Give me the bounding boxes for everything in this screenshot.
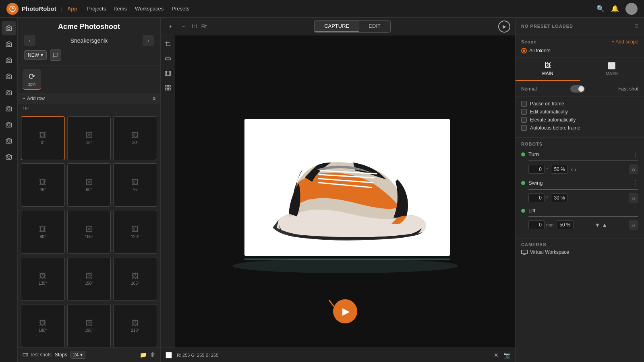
tab-mask[interactable]: ⬜ MASK <box>580 58 644 81</box>
icon-bar-camera4[interactable] <box>2 69 16 84</box>
svg-point-4 <box>8 76 10 78</box>
pause-on-frame-row: Pause on frame <box>521 101 638 107</box>
thumb-45deg[interactable]: 🖼 45° <box>21 163 65 207</box>
thumb-60-label: 60° <box>86 187 92 192</box>
tab-edit[interactable]: EDIT <box>359 21 390 32</box>
swing-degree-value[interactable]: 0 <box>528 193 545 202</box>
robot-turn: Turn ⋮ 0 ° 50 % ‹ › <box>521 150 638 174</box>
icon-bar-camera8[interactable] <box>2 134 16 148</box>
main-layout: Acme Photoshoot ‹ Sneakersgenix › NEW ▾ … <box>0 18 644 362</box>
color-swatch <box>166 352 172 358</box>
comment-button[interactable] <box>50 49 61 61</box>
lift-up-button[interactable]: ▲ <box>602 222 607 228</box>
search-icon[interactable]: 🔍 <box>596 5 605 12</box>
thumb-row-1: 🖼 0° 🖼 15° 🖼 30° <box>21 116 157 160</box>
swing-pct-value[interactable]: 30 % <box>551 193 567 202</box>
add-scope-button[interactable]: + Add scope <box>612 39 638 45</box>
close-overlay-button[interactable]: ✕ <box>494 352 499 358</box>
turn-pct-value[interactable]: 50 % <box>551 165 567 174</box>
preview-play-button[interactable]: ▶ <box>498 21 510 33</box>
thumb-15deg[interactable]: 🖼 15° <box>67 116 111 160</box>
capture-mode-toggle[interactable] <box>570 85 585 93</box>
thumb-30deg[interactable]: 🖼 30° <box>113 116 157 160</box>
fastshot-mode-label: Fast-shot <box>618 86 638 92</box>
thumb-195deg[interactable]: 🖼 195° <box>67 304 111 347</box>
filmstrip-tool[interactable] <box>162 68 174 79</box>
tab-main[interactable]: 🖼 MAIN <box>516 58 580 81</box>
selection-tool[interactable] <box>162 53 174 64</box>
thumb-120deg[interactable]: 🖼 120° <box>113 210 157 254</box>
thumb-placeholder-icon: 🖼 <box>39 178 46 187</box>
virtual-workspace-button[interactable]: Virtual Workspace <box>521 249 638 255</box>
spin-tab[interactable]: ⟳ spin <box>23 69 41 90</box>
zoom-ratio-label: 1:1 <box>191 24 198 29</box>
zoom-in-button[interactable]: + <box>166 22 175 31</box>
turn-prev-button[interactable]: ‹ <box>571 166 573 173</box>
prev-item-button[interactable]: ‹ <box>24 35 35 46</box>
icon-bar-camera1[interactable] <box>2 21 16 35</box>
sidebar-bottom-bar: Test shots Stops 24 ▾ 📁 🗑 <box>18 347 160 362</box>
stops-number: 24 <box>73 352 79 358</box>
robot-swing-menu-button[interactable]: ⋮ <box>632 179 638 187</box>
thumb-135deg[interactable]: 🖼 135° <box>21 257 65 301</box>
turn-degree-value[interactable]: 0 <box>528 165 545 174</box>
robot-turn-name: Turn <box>528 151 629 157</box>
new-button[interactable]: NEW ▾ <box>24 50 47 60</box>
stops-value-selector[interactable]: 24 ▾ <box>70 351 85 359</box>
thumb-placeholder-icon: 🖼 <box>132 319 139 327</box>
crop-tool[interactable] <box>162 39 174 50</box>
lift-down-button[interactable]: ▼ <box>594 222 600 228</box>
nav-projects[interactable]: Projects <box>87 6 106 12</box>
zoom-fit-button[interactable]: Fit <box>201 24 207 29</box>
next-item-button[interactable]: › <box>143 35 154 46</box>
icon-bar-camera9[interactable] <box>2 150 16 164</box>
turn-next-button[interactable]: › <box>574 166 576 173</box>
nav-items[interactable]: Items <box>114 6 127 12</box>
lift-slider-track[interactable] <box>528 216 638 217</box>
lift-home-button[interactable]: ⌂ <box>629 220 638 230</box>
icon-bar-camera7[interactable] <box>2 117 16 132</box>
thumb-150deg[interactable]: 🖼 150° <box>67 257 111 301</box>
elevate-automatically-checkbox[interactable] <box>521 117 527 123</box>
swing-home-button[interactable]: ⌂ <box>629 193 638 203</box>
pause-on-frame-checkbox[interactable] <box>521 101 527 107</box>
lift-pct-value[interactable]: 50 % <box>557 220 573 229</box>
icon-bar-camera3[interactable] <box>2 53 16 68</box>
right-panel-menu-button[interactable]: ≡ <box>635 23 638 30</box>
icon-bar-camera6[interactable] <box>2 101 16 116</box>
scope-all-folders[interactable]: All folders <box>521 48 638 53</box>
camera-trigger-button[interactable]: 📷 <box>503 352 510 358</box>
thumb-180deg[interactable]: 🖼 180° <box>21 304 65 347</box>
zoom-out-button[interactable]: − <box>178 22 188 31</box>
thumb-0deg[interactable]: 🖼 0° <box>21 116 65 160</box>
tab-capture[interactable]: CAPTURE <box>315 21 359 32</box>
folder-icon[interactable]: 📁 <box>140 352 147 358</box>
logo-area[interactable]: PhotoRobot | App <box>6 3 77 15</box>
view-mode-tabs: 🖼 MAIN ⬜ MASK <box>516 58 644 81</box>
turn-home-button[interactable]: ⌂ <box>629 165 638 174</box>
lift-mm-value[interactable]: 0 <box>528 220 545 229</box>
nav-workspaces[interactable]: Workspaces <box>135 6 164 12</box>
turn-slider-track[interactable] <box>528 160 638 161</box>
delete-icon[interactable]: 🗑 <box>150 352 155 358</box>
autofocus-before-frame-checkbox[interactable] <box>521 125 527 131</box>
thumb-90deg[interactable]: 🖼 90° <box>21 210 65 254</box>
row-options-button[interactable]: ≡ <box>153 96 155 101</box>
user-avatar[interactable] <box>625 3 638 15</box>
add-row-button[interactable]: + Add row <box>23 96 45 101</box>
thumb-105deg[interactable]: 🖼 105° <box>67 210 111 254</box>
thumb-60deg[interactable]: 🖼 60° <box>67 163 111 207</box>
capture-play-button[interactable]: ▶ <box>333 299 357 323</box>
nav-presets[interactable]: Presets <box>172 6 189 12</box>
thumb-75deg[interactable]: 🖼 75° <box>113 163 157 207</box>
mask-tab-icon: ⬜ <box>608 62 616 70</box>
thumb-210deg[interactable]: 🖼 210° <box>113 304 157 347</box>
swing-slider-track[interactable] <box>528 189 638 190</box>
robot-turn-menu-button[interactable]: ⋮ <box>632 150 638 158</box>
thumb-165deg[interactable]: 🖼 165° <box>113 257 157 301</box>
icon-bar-camera2[interactable] <box>2 37 16 51</box>
notifications-icon[interactable]: 🔔 <box>611 5 619 12</box>
icon-bar-camera5[interactable] <box>2 85 16 100</box>
grid-tool[interactable] <box>162 82 174 93</box>
edit-automatically-checkbox[interactable] <box>521 109 527 115</box>
